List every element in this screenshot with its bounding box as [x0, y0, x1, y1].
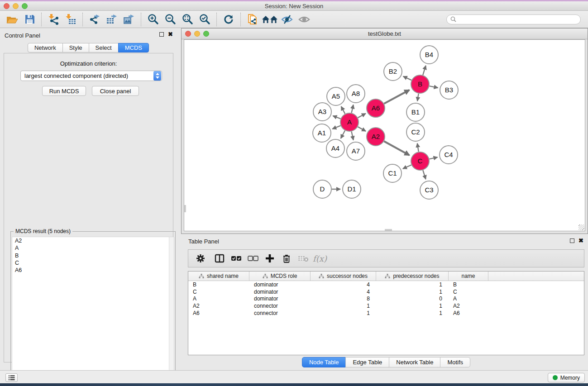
graph-edge[interactable]	[423, 170, 425, 179]
cell-successor-nodes[interactable]: 1	[311, 310, 376, 317]
close-panel-icon[interactable]: ✖	[168, 32, 173, 37]
cell-name[interactable]: C	[449, 288, 488, 295]
graph-edge[interactable]	[358, 114, 366, 118]
graph-edge[interactable]	[358, 127, 366, 131]
result-item[interactable]: B	[12, 252, 174, 259]
show-column-panel-button[interactable]	[211, 252, 228, 265]
window-resize-grip[interactable]	[578, 224, 584, 230]
cell-name[interactable]: B	[449, 281, 488, 288]
refresh-layout-button[interactable]	[220, 13, 237, 26]
cell-successor-nodes[interactable]: 1	[311, 302, 376, 310]
mcds-result-list[interactable]: A2 A B C A6	[12, 237, 174, 385]
run-mcds-button[interactable]: Run MCDS	[42, 86, 86, 96]
cell-name[interactable]: A2	[449, 302, 488, 310]
tab-edge-table[interactable]: Edge Table	[345, 357, 389, 367]
cell-predecessor-nodes[interactable]: 1	[376, 310, 449, 317]
tab-style[interactable]: Style	[62, 43, 89, 52]
result-item[interactable]: A2	[12, 237, 174, 244]
cell-mcds-role[interactable]: dominator	[249, 295, 311, 303]
table-row[interactable]: A dominator 8 0 A	[188, 295, 584, 303]
delete-table-button[interactable]	[295, 252, 311, 265]
cell-shared-name[interactable]: A2	[188, 302, 249, 310]
add-column-button[interactable]	[261, 252, 278, 265]
table-row[interactable]: B dominator 4 1 B	[188, 281, 584, 288]
table-row[interactable]: A6 connector 1 1 A6	[188, 310, 584, 317]
node-table[interactable]: shared name MCDS role successor nodes pr…	[188, 271, 584, 355]
memory-button[interactable]: Memory	[548, 373, 585, 382]
float-panel-icon[interactable]	[570, 238, 574, 243]
cell-predecessor-nodes[interactable]: 1	[376, 302, 449, 310]
cell-name[interactable]: A6	[449, 310, 488, 317]
select-all-button[interactable]	[228, 252, 244, 265]
export-image-button[interactable]	[120, 13, 138, 26]
graph-edge[interactable]	[417, 94, 419, 101]
cell-name[interactable]: A	[449, 295, 488, 303]
table-row[interactable]: C dominator 4 1 C	[188, 288, 584, 295]
task-history-button[interactable]	[5, 373, 18, 382]
graph-edge[interactable]	[403, 76, 411, 81]
tab-select[interactable]: Select	[89, 43, 119, 52]
network-graph[interactable]: AA1A2A3A4A5A6A7A8BB1B2B3B4CC1C2C3C4DD1	[184, 40, 585, 231]
table-settings-button[interactable]	[192, 252, 209, 265]
zoom-fit-button[interactable]	[179, 13, 196, 26]
column-header-mcds-role[interactable]: MCDS role	[249, 272, 311, 281]
cell-mcds-role[interactable]: connector	[249, 302, 311, 310]
cell-mcds-role[interactable]: dominator	[249, 281, 311, 288]
tab-node-table[interactable]: Node Table	[302, 357, 346, 367]
tab-network-table[interactable]: Network Table	[389, 357, 440, 367]
tab-network[interactable]: Network	[28, 43, 63, 52]
import-table-button[interactable]	[62, 13, 79, 26]
column-header-name[interactable]: name	[449, 272, 488, 281]
graph-edge[interactable]	[429, 157, 437, 159]
criterion-dropdown[interactable]: largest connected component (directed)	[20, 71, 162, 81]
graph-edge[interactable]	[341, 131, 345, 138]
column-header-successor-nodes[interactable]: successor nodes	[311, 272, 376, 281]
deselect-all-button[interactable]	[244, 252, 261, 265]
function-builder-button[interactable]: f(x)	[311, 252, 328, 265]
vertical-scrollbar-thumb[interactable]	[184, 205, 186, 212]
tab-motifs[interactable]: Motifs	[440, 357, 470, 367]
cell-predecessor-nodes[interactable]: 1	[376, 288, 449, 295]
hide-selected-button[interactable]	[278, 13, 296, 26]
graph-edge[interactable]	[332, 126, 340, 129]
cell-successor-nodes[interactable]: 4	[311, 288, 376, 295]
delete-column-button[interactable]	[278, 252, 295, 265]
tab-mcds[interactable]: MCDS	[118, 43, 149, 52]
column-header-shared-name[interactable]: shared name	[188, 272, 249, 281]
clone-network-button[interactable]	[244, 13, 261, 26]
show-all-button[interactable]	[296, 13, 313, 26]
graph-edge[interactable]	[351, 132, 353, 140]
result-item[interactable]: A6	[12, 267, 174, 274]
zoom-out-button[interactable]	[162, 13, 179, 26]
cell-predecessor-nodes[interactable]: 1	[376, 281, 449, 288]
import-network-button[interactable]	[45, 13, 62, 26]
column-header-predecessor-nodes[interactable]: predecessor nodes	[376, 272, 449, 281]
cell-shared-name[interactable]: A6	[188, 310, 249, 317]
graph-edge[interactable]	[352, 105, 354, 113]
zoom-in-button[interactable]	[144, 13, 162, 26]
graph-edge[interactable]	[430, 86, 438, 88]
result-item[interactable]: C	[12, 259, 174, 267]
graph-edge[interactable]	[417, 143, 419, 152]
cell-successor-nodes[interactable]: 4	[311, 281, 376, 288]
close-panel-icon[interactable]: ✖	[578, 238, 583, 243]
graph-edge[interactable]	[341, 106, 345, 114]
horizontal-scrollbar-thumb[interactable]	[385, 229, 392, 231]
export-table-button[interactable]	[103, 13, 120, 26]
network-canvas[interactable]: AA1A2A3A4A5A6A7A8BB1B2B3B4CC1C2C3C4DD1	[184, 39, 585, 231]
float-panel-icon[interactable]	[159, 32, 164, 37]
save-session-button[interactable]	[21, 13, 38, 26]
search-field[interactable]	[446, 14, 581, 24]
search-input[interactable]	[459, 16, 577, 23]
graph-edge[interactable]	[333, 116, 340, 119]
cell-successor-nodes[interactable]: 8	[311, 295, 376, 303]
network-overview-button[interactable]	[261, 13, 278, 26]
cell-shared-name[interactable]: C	[188, 288, 249, 295]
export-network-button[interactable]	[86, 13, 103, 26]
cell-predecessor-nodes[interactable]: 0	[376, 295, 449, 303]
table-row[interactable]: A2 connector 1 1 A2	[188, 302, 584, 310]
graph-edge[interactable]	[423, 66, 425, 75]
graph-edge[interactable]	[384, 90, 409, 104]
cell-mcds-role[interactable]: connector	[249, 310, 311, 317]
cell-shared-name[interactable]: B	[188, 281, 249, 288]
